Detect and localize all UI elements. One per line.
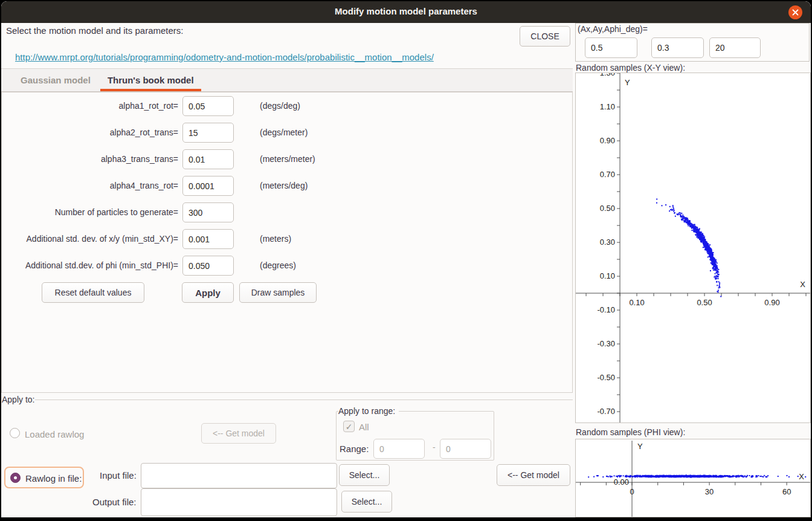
svg-text:-0.30: -0.30 [597, 339, 615, 348]
svg-text:0.90: 0.90 [764, 298, 779, 307]
delta-label: (Ax,Ay,Aphi_deg)= [578, 24, 648, 34]
rawlog-in-file-label: Rawlog in file: [25, 473, 82, 484]
alpha4-input[interactable] [182, 176, 234, 196]
phi-plot[interactable]: 030600.00YX [575, 439, 811, 517]
param-row-alpha4: alpha4_trans_rot= (meters/deg) [1, 176, 573, 196]
range-from-input[interactable] [373, 439, 425, 459]
rawlog-in-file-radio[interactable] [10, 473, 21, 483]
alpha4-label: alpha4_trans_rot= [110, 181, 178, 190]
input-file-label: Input file: [100, 470, 137, 481]
dialog-window: Modify motion model parameters Select th… [1, 1, 811, 517]
svg-text:60: 60 [782, 487, 791, 496]
close-icon [792, 9, 799, 16]
svg-text:0.10: 0.10 [629, 298, 644, 307]
alpha1-label: alpha1_rot_rot= [119, 101, 178, 111]
ax-input[interactable] [585, 37, 637, 58]
apply-button[interactable]: Apply [182, 282, 234, 303]
loaded-rawlog-radio[interactable] [10, 428, 20, 438]
minstdphi-unit: (degrees) [260, 260, 296, 270]
apply-to-divider [35, 400, 573, 400]
phi-plot-title: Random samples (PHI view): [576, 427, 685, 437]
alpha3-input[interactable] [182, 149, 234, 169]
svg-text:0.00: 0.00 [614, 477, 629, 487]
svg-text:-0.10: -0.10 [597, 305, 615, 314]
alpha3-label: alpha3_trans_trans= [101, 154, 178, 164]
param-row-alpha3: alpha3_trans_trans= (meters/meter) [1, 149, 573, 169]
particles-input[interactable] [182, 202, 234, 222]
minstdxy-unit: (meters) [260, 234, 291, 244]
minstdxy-input[interactable] [182, 229, 234, 249]
svg-text:1.10: 1.10 [600, 102, 615, 111]
xy-plot[interactable]: 0.100.500.901.301.100.900.700.500.300.10… [575, 73, 811, 423]
get-model-top-button[interactable]: <-- Get model [201, 423, 276, 444]
alpha2-input[interactable] [182, 123, 234, 143]
svg-text:0: 0 [630, 487, 634, 496]
svg-text:-0.50: -0.50 [597, 373, 615, 382]
alpha4-unit: (meters/deg) [260, 181, 308, 190]
alpha1-unit: (degs/deg) [260, 101, 300, 111]
select-input-file-button[interactable]: Select... [339, 464, 390, 486]
svg-text:0.70: 0.70 [600, 170, 615, 179]
draw-samples-button[interactable]: Draw samples [239, 282, 317, 303]
tab-thruns-book-model[interactable]: Thrun's book model [99, 69, 202, 91]
xy-plot-title: Random samples (X-Y view): [576, 63, 685, 73]
svg-text:0.90: 0.90 [600, 136, 615, 145]
svg-text:0.50: 0.50 [600, 204, 615, 213]
window-title: Modify motion model parameters [1, 6, 811, 16]
loaded-rawlog-label: Loaded rawlog [25, 429, 84, 439]
output-file-field[interactable] [141, 488, 337, 516]
active-tab-underline [100, 89, 201, 91]
param-row-alpha2: alpha2_rot_trans= (degs/meter) [1, 123, 573, 143]
all-checkbox-label: All [359, 422, 369, 432]
apply-to-range-legend: Apply to range: [338, 406, 399, 416]
range-dash: - [433, 442, 436, 452]
svg-text:Y: Y [625, 78, 630, 87]
param-row-particles: Number of particles to generate= [1, 202, 573, 222]
ay-input[interactable] [651, 37, 704, 58]
particles-label: Number of particles to generate= [55, 207, 178, 217]
svg-text:-0.70: -0.70 [597, 407, 615, 416]
svg-text:30: 30 [705, 487, 714, 496]
tab-bar: Gaussian model Thrun's book model [1, 68, 573, 92]
aphi-input[interactable] [709, 37, 761, 58]
select-output-file-button[interactable]: Select... [341, 491, 392, 513]
alpha2-label: alpha2_rot_trans= [110, 128, 178, 137]
window-close-button[interactable] [788, 5, 802, 19]
svg-text:0.30: 0.30 [600, 238, 615, 247]
close-dialog-button[interactable]: CLOSE [520, 26, 570, 47]
range-to-input[interactable] [440, 439, 491, 459]
minstdphi-label: Additional std.dev. of phi (min_std_PHI)… [25, 260, 178, 270]
reset-defaults-button[interactable]: Reset default values [42, 282, 144, 303]
param-row-alpha1: alpha1_rot_rot= (degs/deg) [1, 96, 573, 116]
all-checkbox[interactable]: ✓ [343, 421, 355, 432]
output-file-label: Output file: [92, 497, 137, 507]
apply-to-legend: Apply to: [2, 395, 34, 404]
svg-text:X: X [799, 472, 804, 481]
tab-thruns-label: Thrun's book model [108, 75, 194, 85]
input-file-field[interactable] [141, 463, 337, 488]
range-label: Range: [340, 444, 369, 454]
intro-label: Select the motion model and its paramete… [6, 25, 183, 36]
tab-gaussian-model[interactable]: Gaussian model [12, 69, 99, 91]
get-model-bottom-button[interactable]: <-- Get model [497, 464, 570, 486]
svg-text:X: X [800, 280, 805, 289]
svg-text:0.50: 0.50 [697, 298, 712, 307]
alpha3-unit: (meters/meter) [260, 154, 315, 164]
minstdxy-label: Additional std. dev. of x/y (min_std_XY)… [27, 234, 178, 244]
svg-text:Y: Y [637, 442, 643, 451]
param-row-minstdphi: Additional std.dev. of phi (min_std_PHI)… [1, 256, 573, 276]
title-bar[interactable]: Modify motion model parameters [1, 1, 811, 23]
xy-plot-canvas: 0.100.500.901.301.100.900.700.500.300.10… [576, 73, 810, 422]
alpha2-unit: (degs/meter) [260, 128, 308, 137]
param-row-minstdxy: Additional std. dev. of x/y (min_std_XY)… [1, 229, 573, 249]
minstdphi-input[interactable] [182, 256, 234, 276]
alpha1-input[interactable] [182, 96, 234, 116]
tutorial-link[interactable]: http://www.mrpt.org/tutorials/programmin… [15, 52, 434, 62]
svg-text:0.10: 0.10 [600, 271, 615, 280]
svg-text:1.30: 1.30 [600, 73, 615, 77]
phi-plot-canvas: 030600.00YX [576, 439, 810, 517]
